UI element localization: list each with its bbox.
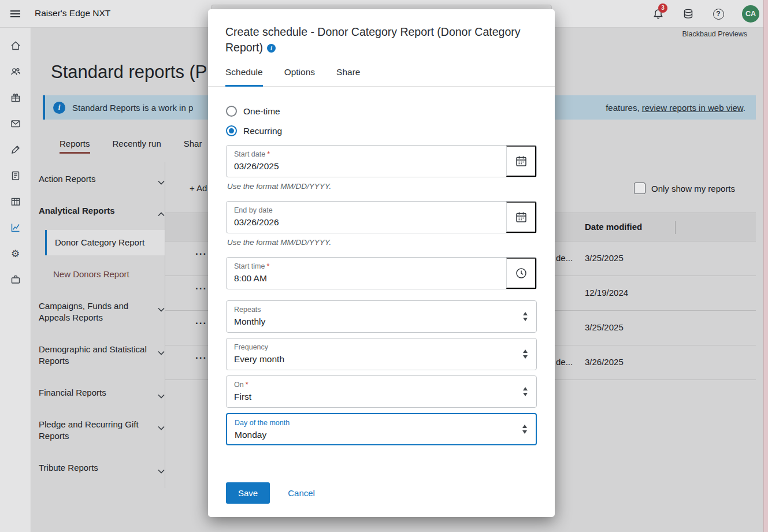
info-icon[interactable]: i [267, 44, 276, 53]
field-label: Frequency [234, 343, 507, 352]
required-marker: * [267, 262, 270, 270]
end-by-date-input[interactable]: End by date 03/26/2026 [227, 202, 506, 233]
radio-one-time[interactable]: One-time [226, 106, 537, 117]
start-time-input[interactable]: Start time* 8:00 AM [227, 258, 506, 289]
field-value: 03/26/2025 [234, 161, 499, 172]
start-time-field[interactable]: Start time* 8:00 AM [226, 257, 537, 289]
select-arrows-icon [514, 376, 536, 407]
cancel-button[interactable]: Cancel [288, 488, 315, 498]
field-value: Monthly [234, 317, 507, 327]
radio-label: Recurring [243, 126, 282, 136]
calendar-icon [515, 211, 528, 224]
frequency-select[interactable]: Frequency Every month [226, 338, 537, 370]
tab-share[interactable]: Share [336, 67, 360, 86]
modal-title: Create schedule - Donor Category Report … [225, 24, 537, 55]
field-value: First [234, 392, 507, 402]
select-arrows-icon [514, 338, 536, 370]
end-by-date-helper: Use the format MM/DD/YYYY. [227, 238, 537, 247]
application-window: Raiser's Edge NXT 3 [0, 0, 768, 532]
start-time-clock-button[interactable] [506, 258, 536, 289]
end-by-date-calendar-button[interactable] [506, 202, 536, 233]
field-value: Every month [234, 354, 507, 364]
field-label: Day of the month [235, 419, 506, 427]
save-button[interactable]: Save [226, 482, 270, 504]
clock-icon [515, 267, 528, 280]
field-value: 03/26/2026 [234, 217, 499, 228]
calendar-icon [515, 155, 528, 168]
end-by-date-field[interactable]: End by date 03/26/2026 [226, 201, 537, 233]
select-arrows-icon [514, 301, 536, 332]
repeats-select[interactable]: Repeats Monthly [226, 300, 537, 333]
schedule-form: One-time Recurring Start date* 03/26/202… [208, 87, 555, 504]
day-of-month-select[interactable]: Day of the month Monday [226, 413, 537, 445]
field-label: End by date [234, 206, 499, 215]
required-marker: * [267, 150, 270, 158]
modal-actions: Save Cancel [226, 482, 537, 504]
field-label: Start time* [234, 262, 499, 271]
on-select[interactable]: On* First [226, 375, 537, 408]
field-label: On* [234, 381, 507, 389]
tab-options[interactable]: Options [284, 67, 315, 86]
start-date-calendar-button[interactable] [506, 146, 536, 177]
modal-tabs: Schedule Options Share [208, 67, 555, 87]
required-marker: * [246, 381, 248, 389]
tab-schedule[interactable]: Schedule [225, 67, 263, 87]
field-value: 8:00 AM [234, 273, 499, 284]
field-label: Repeats [234, 306, 507, 314]
field-value: Monday [235, 430, 506, 440]
field-label: Start date* [234, 150, 499, 159]
radio-selected-icon[interactable] [226, 125, 237, 136]
select-arrows-icon [514, 414, 536, 444]
create-schedule-modal: Create schedule - Donor Category Report … [208, 9, 555, 517]
start-date-helper: Use the format MM/DD/YYYY. [227, 182, 537, 191]
start-date-field[interactable]: Start date* 03/26/2025 [226, 145, 537, 177]
start-date-input[interactable]: Start date* 03/26/2025 [227, 146, 506, 177]
radio-label: One-time [243, 106, 280, 117]
radio-icon[interactable] [226, 106, 237, 117]
radio-recurring[interactable]: Recurring [226, 125, 537, 136]
